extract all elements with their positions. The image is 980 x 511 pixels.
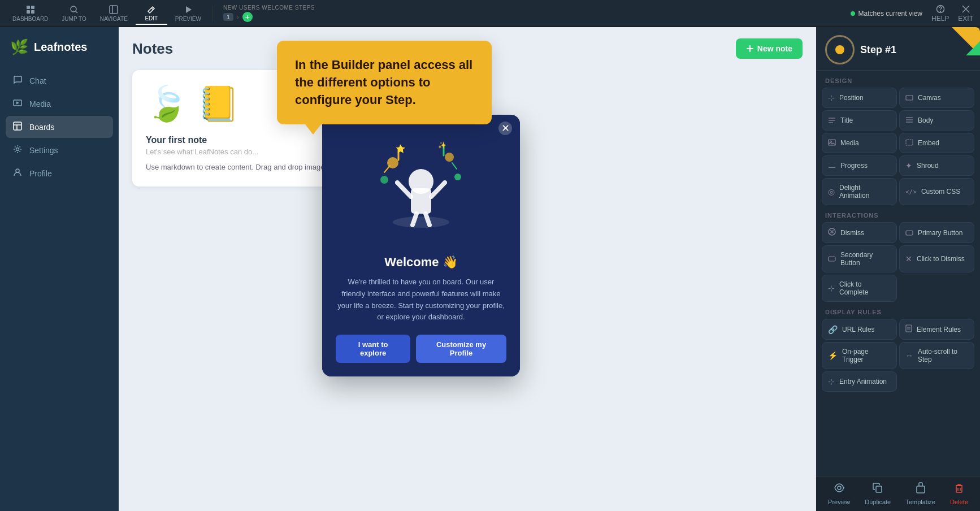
modal-illustration: ⭐ ✨ — [322, 115, 520, 255]
svg-rect-61 — [917, 486, 925, 493]
option-embed[interactable]: Embed — [899, 133, 974, 153]
svg-rect-1 — [31, 6, 34, 9]
delight-icon: ◎ — [828, 187, 835, 196]
option-url-rules[interactable]: 🔗 URL Rules — [822, 319, 897, 340]
step-label: Step #1 — [860, 44, 896, 56]
entry-icon: ⊹ — [828, 377, 835, 386]
profile-icon — [12, 168, 23, 179]
svg-rect-22 — [747, 48, 753, 49]
option-custom-css[interactable]: </> Custom CSS — [899, 178, 974, 205]
title-icon — [828, 116, 836, 125]
help-button[interactable]: HELP — [931, 5, 949, 23]
position-icon: ⊹ — [828, 93, 835, 102]
delete-action-icon — [953, 482, 965, 496]
option-primary-button[interactable]: Primary Button — [899, 222, 974, 243]
svg-rect-54 — [906, 231, 913, 235]
toolbar-dashboard[interactable]: DASHBOARD — [7, 3, 54, 24]
click-complete-icon: ⊹ — [828, 284, 835, 293]
element-rules-icon — [905, 324, 912, 334]
builder-step-header: Step #1 — [816, 27, 980, 71]
trigger-icon: ⚡ — [828, 351, 838, 360]
customize-button[interactable]: Customize my Profile — [416, 335, 506, 363]
interactions-options-grid: Dismiss Primary Button Secondary Button … — [816, 222, 980, 302]
dismiss-icon — [828, 228, 836, 237]
scroll-icon: ↔ — [905, 351, 913, 360]
shroud-icon: ✦ — [905, 161, 912, 170]
option-progress[interactable]: Progress — [822, 155, 897, 176]
toolbar-flow: NEW USERS WELCOME STEPS 1 › + — [223, 5, 315, 22]
option-title[interactable]: Title — [822, 110, 897, 131]
templatize-action[interactable]: Templatize — [905, 482, 935, 505]
page-title: Notes — [132, 40, 173, 58]
svg-rect-49 — [906, 140, 913, 145]
toolbar-edit[interactable]: EDIT — [136, 2, 167, 25]
svg-rect-56 — [906, 325, 912, 332]
toolbar: DASHBOARD JUMP TO NAVIGATE EDIT PREVIEW … — [0, 0, 980, 27]
option-position[interactable]: ⊹ Position — [822, 88, 897, 108]
sidebar-item-profile[interactable]: Profile — [6, 162, 113, 184]
svg-line-36 — [384, 166, 390, 172]
modal-body: Welcome 👋 We're thrilled to have you on … — [322, 255, 520, 376]
svg-point-19 — [16, 148, 19, 151]
svg-point-11 — [940, 11, 940, 11]
canvas-icon — [905, 93, 913, 102]
svg-rect-60 — [876, 486, 882, 492]
option-secondary-button[interactable]: Secondary Button — [822, 245, 897, 272]
svg-line-27 — [431, 183, 445, 197]
primary-btn-icon — [905, 228, 913, 237]
svg-text:✨: ✨ — [438, 141, 446, 149]
step-dot — [835, 45, 844, 54]
sidebar-item-settings[interactable]: Settings — [6, 139, 113, 161]
option-shroud[interactable]: ✦ Shroud — [899, 155, 974, 176]
add-step-button[interactable]: + — [242, 12, 253, 22]
url-rules-icon: 🔗 — [828, 325, 838, 334]
modal-close-button[interactable]: ✕ — [498, 122, 512, 135]
duplicate-action-icon — [872, 482, 883, 496]
svg-rect-3 — [31, 10, 34, 14]
option-canvas[interactable]: Canvas — [899, 88, 974, 108]
option-entry-animation[interactable]: ⊹ Entry Animation — [822, 371, 897, 392]
toolbar-jump-to[interactable]: JUMP TO — [56, 3, 92, 24]
option-dismiss[interactable]: Dismiss — [822, 222, 897, 243]
svg-point-25 — [409, 169, 433, 194]
option-on-page-trigger[interactable]: ⚡ On-page Trigger — [822, 342, 897, 369]
sidebar-logo: 🌿 Leafnotes — [0, 27, 119, 65]
option-media[interactable]: Media — [822, 133, 897, 153]
option-delight-animation[interactable]: ◎ Delight Animation — [822, 178, 897, 205]
settings-icon — [12, 145, 23, 155]
option-body[interactable]: Body — [899, 110, 974, 131]
logo-icon: 🌿 — [10, 38, 28, 56]
toolbar-navigate[interactable]: NAVIGATE — [94, 3, 133, 24]
templatize-action-icon — [915, 482, 926, 496]
delete-action[interactable]: Delete — [950, 482, 968, 505]
sidebar-item-boards[interactable]: Boards — [6, 116, 113, 138]
sidebar-item-chat[interactable]: Chat — [6, 70, 113, 92]
embed-icon — [905, 138, 913, 148]
svg-point-32 — [454, 174, 461, 180]
option-click-to-complete[interactable]: ⊹ Click to Complete — [822, 275, 897, 302]
new-note-button[interactable]: New note — [736, 38, 803, 59]
corner-decoration — [952, 27, 980, 55]
option-auto-scroll[interactable]: ↔ Auto-scroll to Step — [899, 342, 974, 369]
status-dot — [851, 11, 855, 16]
duplicate-action[interactable]: Duplicate — [865, 482, 891, 505]
secondary-btn-icon — [828, 254, 836, 263]
exit-button[interactable]: EXIT — [958, 5, 973, 23]
progress-icon — [828, 161, 836, 170]
leaf-icon: 🍃 — [146, 84, 188, 124]
svg-line-37 — [452, 163, 457, 169]
option-click-to-dismiss[interactable]: ✕ Click to Dismiss — [899, 245, 974, 272]
preview-action[interactable]: Preview — [828, 482, 850, 505]
modal-text: We're thrilled to have you on board. Our… — [336, 276, 506, 323]
sidebar-item-media[interactable]: Media — [6, 93, 113, 115]
svg-point-20 — [16, 169, 19, 172]
matches-badge: Matches current view — [851, 10, 922, 18]
svg-point-33 — [380, 176, 388, 184]
click-dismiss-icon: ✕ — [905, 254, 912, 263]
explore-button[interactable]: I want to explore — [336, 335, 410, 363]
option-element-rules[interactable]: Element Rules — [899, 319, 974, 340]
media-option-icon — [828, 138, 836, 148]
toolbar-steps: 1 › + — [223, 12, 315, 22]
toolbar-preview[interactable]: PREVIEW — [170, 3, 207, 24]
toolbar-separator — [213, 5, 213, 22]
